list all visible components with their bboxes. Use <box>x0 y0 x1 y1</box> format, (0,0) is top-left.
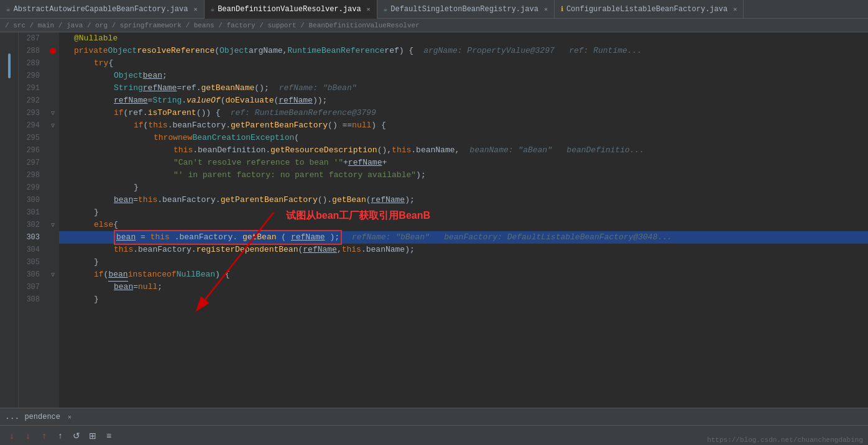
bottom-tab-close[interactable]: ✕ <box>68 413 72 421</box>
code-line-302: else { <box>59 219 868 231</box>
line-290: 290 <box>22 70 44 82</box>
code-line-289: try { <box>59 57 868 70</box>
toolbar-btn-up2[interactable]: ↑ <box>53 429 67 443</box>
fold-302[interactable]: ▽ <box>51 221 55 229</box>
gutter-306: ▽ <box>47 268 59 281</box>
code-line-304: this .beanFactory. registerDependentBean… <box>59 244 868 256</box>
tab-abstract[interactable]: ☕ AbstractAutowireCapableBeanFactory.jav… <box>0 0 205 19</box>
tab-bar: ☕ AbstractAutowireCapableBeanFactory.jav… <box>0 0 868 19</box>
code-line-300: bean = this .beanFactory. getParentBeanF… <box>59 194 868 206</box>
code-line-295: throw new BeanCreationException ( <box>59 132 868 144</box>
gutter-295 <box>47 132 59 144</box>
code-line-299: } <box>59 181 868 194</box>
line-306: 306 <box>22 268 44 281</box>
gutter-300 <box>47 194 59 206</box>
toolbar-btn-down1[interactable]: ↓ <box>5 429 19 443</box>
line-302: 302 <box>22 219 44 231</box>
gutter-296 <box>47 144 59 157</box>
tab-label-abstract: AbstractAutowireCapableBeanFactory.java <box>14 5 188 14</box>
tab-icon-default: ☕ <box>384 5 388 13</box>
annotation-nullable: @Nullable <box>74 32 118 45</box>
code-line-305: } <box>59 256 868 268</box>
gutter-299 <box>47 181 59 194</box>
gutter-307 <box>47 281 59 293</box>
tab-close-abstract[interactable]: ✕ <box>193 6 197 13</box>
tab-icon-abstract: ☕ <box>6 5 11 13</box>
code-line-297: "Can't resolve reference to bean '" + re… <box>59 157 868 169</box>
tab-configurable[interactable]: ℹ ConfigurableListableBeanFactory.java ✕ <box>555 0 744 19</box>
gutter: ▽ ▽ ▽ ▽ <box>47 32 59 408</box>
fold-293[interactable]: ▽ <box>51 109 55 117</box>
line-298: 298 <box>22 169 44 181</box>
tab-close-default[interactable]: ✕ <box>544 6 548 13</box>
tab-label-bean-def: BeanDefinitionValueResolver.java <box>218 5 361 14</box>
line-304: 304 <box>22 244 44 256</box>
code-line-298: "' in parent factory: no parent factory … <box>59 169 868 181</box>
code-line-306: if ( bean instanceof NullBean ) { <box>59 268 868 281</box>
tab-icon-bean-def: ☕ <box>211 5 215 13</box>
code-line-303: bean = this .beanFactory. getBean ( refN… <box>59 231 868 244</box>
tab-label-configurable: ConfigurableListableBeanFactory.java <box>566 5 727 14</box>
line-300: 300 <box>22 194 44 206</box>
code-line-292: refName = String . valueOf ( doEvaluate … <box>59 94 868 107</box>
toolbar-btn-grid[interactable]: ⊞ <box>86 429 99 443</box>
fold-294[interactable]: ▽ <box>51 122 55 129</box>
gutter-287 <box>47 32 59 45</box>
code-content[interactable]: @Nullable private Object resolveReferenc… <box>59 32 868 408</box>
line-292: 292 <box>22 94 44 107</box>
code-line-296: this .beanDefinition. getResourceDescrip… <box>59 144 868 157</box>
gutter-292 <box>47 94 59 107</box>
bottom-tab-label: ... <box>5 412 19 421</box>
code-line-288: private Object resolveReference ( Object… <box>59 45 868 57</box>
gutter-298 <box>47 169 59 181</box>
code-line-293: if (ref. isToParent ()) { ref: RuntimeBe… <box>59 107 868 119</box>
fold-306[interactable]: ▽ <box>51 271 55 278</box>
tab-close-bean-def[interactable]: ✕ <box>367 6 371 13</box>
breadcrumb: / src / main / java / org / springframew… <box>0 19 868 32</box>
line-299: 299 <box>22 181 44 194</box>
breakpoint-288[interactable] <box>50 48 56 54</box>
gutter-297 <box>47 157 59 169</box>
toolbar-btn-down2[interactable]: ↓ <box>21 429 35 443</box>
line-297: 297 <box>22 157 44 169</box>
tab-label-default: DefaultSingletonBeanRegistry.java <box>390 5 538 14</box>
gutter-293: ▽ <box>47 107 59 119</box>
editor-area: 287 288 289 290 291 292 293 294 295 296 … <box>0 32 868 408</box>
toolbar-btn-refresh[interactable]: ↺ <box>70 429 83 443</box>
line-294: 294 <box>22 119 44 132</box>
sidebar-marker <box>8 53 11 78</box>
gutter-288 <box>47 45 59 57</box>
toolbar-btn-list[interactable]: ≡ <box>102 429 116 443</box>
gutter-290 <box>47 70 59 82</box>
code-line-290: Object bean ; <box>59 70 868 82</box>
gutter-304 <box>47 244 59 256</box>
breadcrumb-text: / src / main / java / org / springframew… <box>5 22 420 29</box>
status-bar: https://blog.csdn.net/chuanchengdabing <box>702 433 868 445</box>
toolbar-btn-up1[interactable]: ↑ <box>37 429 51 443</box>
gutter-305 <box>47 256 59 268</box>
code-line-287: @Nullable <box>59 32 868 45</box>
bottom-tab-pendence[interactable]: pendence <box>19 408 65 426</box>
gutter-303 <box>47 231 59 244</box>
tab-bean-def[interactable]: ☕ BeanDefinitionValueResolver.java ✕ <box>205 0 377 19</box>
line-301: 301 <box>22 206 44 219</box>
ide-window: ☕ AbstractAutowireCapableBeanFactory.jav… <box>0 0 868 445</box>
left-sidebar <box>0 32 19 408</box>
code-line-307: bean = null ; <box>59 281 868 293</box>
code-line-291: String refName = ref. getBeanName (); re… <box>59 82 868 94</box>
gutter-289 <box>47 57 59 70</box>
line-295: 295 <box>22 132 44 144</box>
tab-icon-configurable: ℹ <box>561 5 563 13</box>
tab-default[interactable]: ☕ DefaultSingletonBeanRegistry.java ✕ <box>377 0 555 19</box>
code-line-301: } <box>59 206 868 219</box>
line-numbers: 287 288 289 290 291 292 293 294 295 296 … <box>19 32 47 408</box>
gutter-302: ▽ <box>47 219 59 231</box>
code-line-294: if ( this .beanFactory. getParentBeanFac… <box>59 119 868 132</box>
gutter-301 <box>47 206 59 219</box>
gutter-291 <box>47 82 59 94</box>
line-308: 308 <box>22 293 44 306</box>
editor-wrapper: 287 288 289 290 291 292 293 294 295 296 … <box>19 32 868 408</box>
red-box-bean: bean = this .beanFactory. getBean ( refN… <box>114 230 342 245</box>
tab-close-configurable[interactable]: ✕ <box>733 6 737 13</box>
line-289: 289 <box>22 57 44 70</box>
